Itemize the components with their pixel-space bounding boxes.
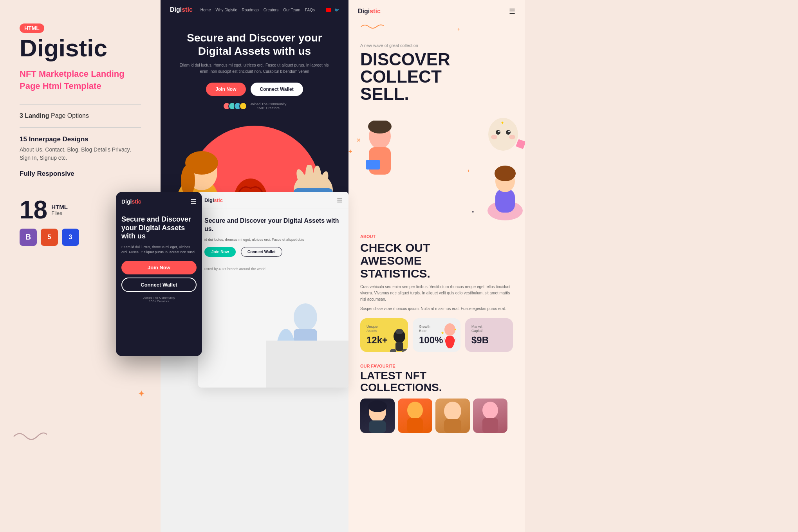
mobile-community: Joined The Community 150+ Creators [121, 296, 197, 303]
mobile-join-button[interactable]: Join Now [121, 261, 197, 274]
about-text-1: Cras vehicula sed enim semper finibus. V… [360, 284, 513, 303]
ghost-char: ✦ [486, 117, 521, 164]
mobile-nav: Digistic ☰ [116, 192, 202, 211]
svg-point-17 [294, 303, 317, 331]
center-hero-buttons: Join Now Connect Wallet [176, 83, 333, 96]
avatar [239, 102, 247, 110]
svg-point-49 [407, 402, 423, 419]
stat-card-market: MarketCapital $9B [465, 318, 513, 352]
center-nav-icons: 🐦 [326, 8, 339, 12]
connect-wallet-button[interactable]: Connect Wallet [251, 83, 303, 96]
center-nav: Digistic Home Why Digistic Roadmap Creat… [161, 0, 348, 20]
right-panel: Digistic ☰ A new wave of great collectio… [348, 0, 525, 532]
deco-dot: • [472, 209, 474, 215]
deco-x: ✕ [356, 137, 361, 143]
bootstrap-badge: B [20, 229, 37, 246]
subtitle: NFT Marketplace Landing Page Html Templa… [20, 68, 141, 92]
svg-point-26 [496, 130, 500, 135]
center-nav-logo: Digistic [170, 6, 193, 13]
svg-point-48 [368, 400, 387, 412]
center-hero-title: Secure and Discover your Digital Assets … [176, 31, 333, 58]
svg-point-29 [508, 131, 510, 132]
svg-rect-47 [369, 420, 386, 433]
mobile-hero: Secure and Discover your Digital Assets … [116, 211, 202, 307]
light-hero: Secure and Discover your Digital Assets … [198, 209, 348, 265]
right-hero-title: DISCOVER COLLECT SELL. [360, 51, 513, 103]
stat-value-market: $9B [471, 335, 507, 346]
css3-badge: 3 [62, 229, 79, 246]
mobile-hero-title: Secure and Discover your Digital Assets … [121, 215, 197, 241]
light-join-button[interactable]: Join Now [204, 247, 236, 257]
svg-point-38 [395, 329, 403, 334]
svg-rect-24 [366, 160, 380, 170]
innerpage-designs: 15 Innerpage Designs About Us, Contact, … [20, 135, 141, 162]
stat-card-unique: UniqueAssets 12k+ [360, 318, 408, 352]
light-nav: Digistic ☰ [198, 192, 348, 209]
mobile-connect-button[interactable]: Connect Wallet [121, 278, 197, 292]
mobile-logo: Digistic [121, 198, 141, 205]
mobile-hero-desc: Etiam id dui luctus, rhoncus mi eget, ul… [121, 245, 197, 255]
nft-thumb-4 [473, 399, 507, 433]
svg-point-31 [509, 135, 515, 139]
svg-point-36 [495, 166, 516, 181]
deco-plus-right: + [467, 168, 470, 174]
svg-point-51 [444, 402, 461, 420]
nft-thumb-3 [435, 399, 470, 433]
light-hero-title: Secure and Discover your Digital Assets … [204, 217, 342, 233]
nft-thumbnails [360, 399, 513, 433]
deco-wave [12, 429, 47, 446]
nft-thumb-2 [398, 399, 432, 433]
girl-sitting-right [474, 160, 525, 222]
light-logo: Digistic [204, 197, 223, 203]
svg-rect-50 [407, 418, 423, 433]
mobile-menu-icon: ☰ [190, 197, 197, 206]
svg-text:★: ★ [441, 331, 444, 335]
deco-orange-star: ✦ [138, 389, 145, 399]
hero-char: ★ ★ [439, 323, 460, 352]
light-trusted: usted by 40k+ brands around the world [198, 265, 348, 273]
light-images-area [262, 294, 348, 388]
right-wave-area [348, 23, 525, 32]
light-menu-icon: ☰ [337, 197, 342, 204]
svg-point-14 [313, 166, 321, 186]
right-collections: OUR FAVOURITE LATEST NFT COLLECTIONS. [348, 360, 525, 437]
right-figures-area: ✦ + • [348, 117, 525, 226]
stat-label-market: MarketCapital [471, 325, 507, 333]
svg-text:★: ★ [454, 328, 457, 331]
svg-rect-52 [444, 419, 461, 433]
svg-rect-39 [395, 342, 403, 351]
twitter-icon: 🐦 [334, 8, 339, 12]
avatar-group [223, 102, 247, 110]
center-hero-desc: Etiam id dui luctus, rhoncus mi eget, ul… [176, 62, 333, 75]
coll-title: LATEST NFT COLLECTIONS. [360, 370, 513, 394]
svg-rect-43 [446, 336, 454, 346]
landing-options: 3 Landing Page Options [20, 112, 141, 119]
light-version-panel: Digistic ☰ Secure and Discover your Digi… [198, 192, 348, 388]
svg-point-40 [390, 349, 396, 352]
right-nav: Digistic ☰ [348, 0, 525, 23]
center-hero: Secure and Discover your Digital Assets … [161, 20, 348, 110]
svg-text:✦: ✦ [500, 120, 504, 126]
brand-title: Digistic [20, 36, 141, 60]
svg-rect-54 [482, 418, 498, 433]
html5-badge: 5 [41, 229, 58, 246]
deco-plus-top: + [457, 27, 460, 32]
svg-point-53 [482, 402, 498, 419]
light-hero-desc: id dui luctus, rhoncus mi eget, ultrices… [204, 237, 342, 243]
join-now-button[interactable]: Join Now [206, 83, 246, 96]
stat-card-growth: GrowthRate 100% ★ ★ [413, 318, 460, 352]
stats-row: UniqueAssets 12k+ GrowthRate 100% [360, 318, 513, 352]
svg-rect-20 [266, 341, 348, 388]
right-wave-tag: A new wave of great collection [360, 43, 513, 48]
student-char [360, 121, 399, 179]
fully-responsive: Fully Responsive [20, 170, 141, 178]
wavy-decoration [360, 23, 384, 31]
light-connect-button[interactable]: Connect Wallet [241, 247, 282, 257]
right-about: ABOUT CHECK OUT AWESOME STATISTICS. Cras… [348, 226, 525, 360]
mobile-panel: Digistic ☰ Secure and Discover your Digi… [116, 192, 202, 356]
nft-thumb-1 [360, 399, 395, 433]
youtube-icon [326, 8, 331, 12]
scooter-char [388, 328, 408, 352]
fav-tag: OUR FAVOURITE [360, 364, 513, 368]
right-logo: Digistic [358, 8, 381, 15]
